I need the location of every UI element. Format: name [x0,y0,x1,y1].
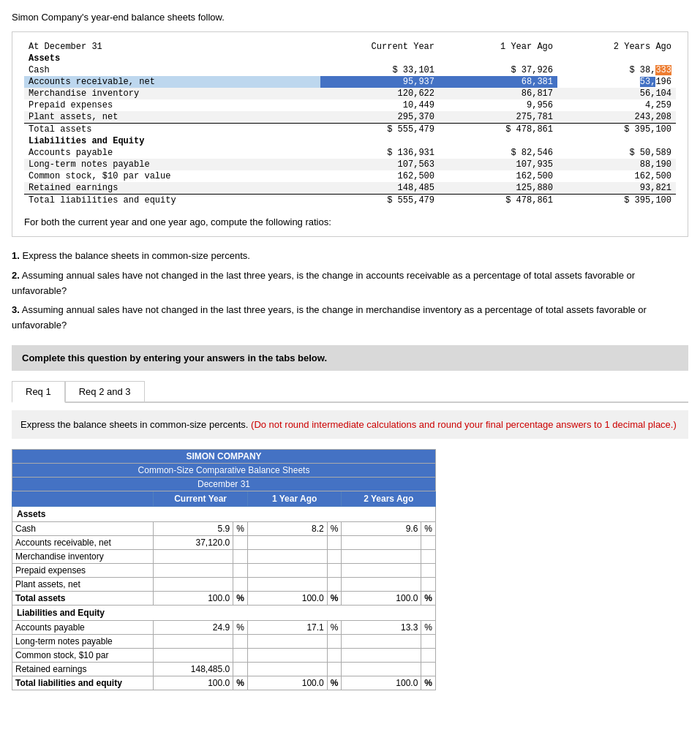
ap-cy-input[interactable] [178,622,230,633]
row-cy: 148,485 [320,182,439,195]
cash-cy-input[interactable] [178,524,230,534]
row-cy-input-cell[interactable] [154,564,233,578]
total-liabilities-row: Total liabilities and equity % % [12,676,436,690]
row-1y-input-cell[interactable] [247,676,327,690]
ap-2y-input[interactable] [366,622,418,633]
row-cy-input-cell[interactable] [154,578,233,592]
cs-1y-input[interactable] [273,650,324,660]
row-2y-input-cell[interactable] [342,550,421,564]
balance-sheet-wrapper: At December 31 Current Year 1 Year Ago 2… [12,31,688,237]
row-cy-input-cell[interactable] [154,635,233,649]
cash-2y-pct: % [421,522,436,536]
lnp-2y-pct [421,635,436,649]
row-cy-input-cell[interactable] [154,676,233,690]
row-2y-input-cell[interactable] [342,522,421,536]
ar-cy-input[interactable] [178,538,230,548]
row-cy-input-cell[interactable] [154,592,233,606]
cs-2y-input[interactable] [366,650,418,660]
bs-col-header-label: At December 31 [24,41,320,53]
row-1y-input-cell[interactable] [247,536,327,550]
lnp-1y-input[interactable] [273,636,324,646]
cs-date: December 31 [12,478,436,491]
tle-cy-pct: % [233,676,248,690]
ap-2y-pct: % [421,621,436,635]
row-1y-input-cell[interactable] [247,522,327,536]
lnp-1y-pct [327,635,342,649]
cash-1y-input[interactable] [273,524,324,534]
cs-cy-input[interactable] [178,650,230,660]
pa-cy-input[interactable] [178,579,230,589]
ar-2y-input[interactable] [366,538,418,548]
row-2y: 88,190 [557,159,676,170]
row-cy-input-cell[interactable] [154,550,233,564]
row-2y-input-cell[interactable] [342,663,421,676]
table-row: Common stock, $10 par value 162,500 162,… [24,170,676,182]
ap-1y-input[interactable] [273,622,324,633]
re-2y-pct [421,663,436,676]
row-1y-input-cell[interactable] [247,592,327,606]
table-row: Merchandise inventory 120,622 86,817 56,… [24,88,676,99]
row-2y-input-cell[interactable] [342,649,421,663]
row-cy-input-cell[interactable] [154,536,233,550]
question-3: 3. Assuming annual sales have not change… [12,303,688,333]
row-2y-input-cell[interactable] [342,536,421,550]
row-1y-input-cell[interactable] [247,564,327,578]
row-2y: 162,500 [557,170,676,182]
cs-2y-pct [421,649,436,663]
row-2y-input-cell[interactable] [342,676,421,690]
row-1y-input-cell[interactable] [247,649,327,663]
ar-1y-input[interactable] [273,538,324,548]
mi-cy-input[interactable] [178,551,230,562]
tle-2y-input[interactable] [366,678,418,688]
pa-2y-pct [421,578,436,592]
row-cy-input-cell[interactable] [154,522,233,536]
lnp-2y-input[interactable] [366,636,418,646]
tle-1y-input[interactable] [273,678,324,688]
pe-cy-pct [233,564,248,578]
pa-1y-input[interactable] [273,579,324,589]
row-2y-input-cell[interactable] [342,592,421,606]
ta-1y-input[interactable] [273,593,324,603]
row-2y-input-cell[interactable] [342,564,421,578]
row-cy-input-cell[interactable] [154,663,233,676]
complete-box-text: Complete this question by entering your … [22,352,327,363]
lnp-cy-input[interactable] [178,636,230,646]
row-1y-input-cell[interactable] [247,550,327,564]
row-2y-input-cell[interactable] [342,578,421,592]
pa-2y-input[interactable] [366,579,418,589]
pe-cy-input[interactable] [178,565,230,576]
ta-cy-input[interactable] [178,593,230,603]
row-cy: 95,937 [320,76,439,88]
row-2y-input-cell[interactable] [342,621,421,635]
re-cy-input[interactable] [178,664,230,674]
row-2y: $ 50,589 [557,147,676,159]
mi-2y-input[interactable] [366,551,418,562]
re-1y-input[interactable] [273,664,324,674]
row-cy-input-cell[interactable] [154,649,233,663]
row-1y-input-cell[interactable] [247,578,327,592]
row-1y-input-cell[interactable] [247,663,327,676]
pe-1y-input[interactable] [273,565,324,576]
intro-text: Simon Company's year-end balance sheets … [12,12,688,23]
bs-col-header-1y: 1 Year Ago [439,41,557,53]
mi-1y-input[interactable] [273,551,324,562]
re-2y-input[interactable] [366,664,418,674]
row-1y-input-cell[interactable] [247,621,327,635]
row-2y-input-cell[interactable] [342,635,421,649]
instruction-main: Express the balance sheets in common-siz… [20,419,248,430]
ta-2y-input[interactable] [366,593,418,603]
tle-cy-input[interactable] [178,678,230,688]
row-cy-input-cell[interactable] [154,621,233,635]
table-row: Accounts receivable, net [12,536,436,550]
row-1y-input-cell[interactable] [247,635,327,649]
cash-2y-input[interactable] [366,524,418,534]
liabilities-header: Liabilities and Equity [24,135,676,147]
tab-req2and3[interactable]: Req 2 and 3 [65,381,145,401]
tab-req1[interactable]: Req 1 [12,381,65,403]
row-cy: 162,500 [320,170,439,182]
row-2y: $ 395,100 [557,124,676,136]
row-label: Cash [12,522,154,536]
total-assets-row: Total assets $ 555,479 $ 478,861 $ 395,1… [24,124,676,136]
pe-2y-input[interactable] [366,565,418,576]
row-label: Accounts receivable, net [12,536,154,550]
